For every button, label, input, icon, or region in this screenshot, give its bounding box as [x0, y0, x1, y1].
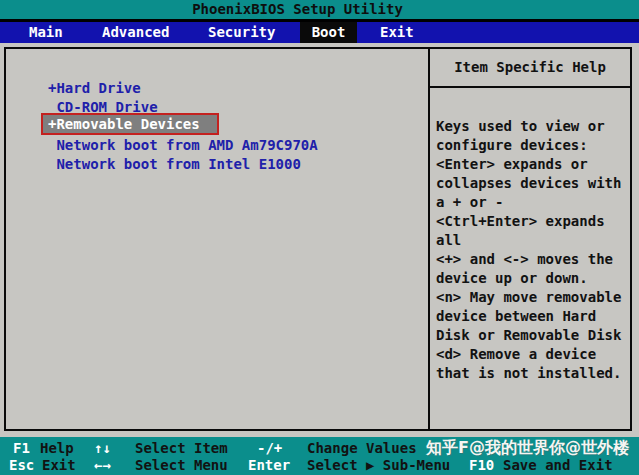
help-line: device up or down. [436, 269, 628, 288]
tab-security[interactable]: Security [208, 22, 275, 43]
key-esc: Esc [9, 457, 34, 474]
label-exit: Exit [42, 457, 76, 474]
label-save-and-exit: Save and Exit [503, 457, 613, 474]
key-enter: Enter [248, 457, 290, 474]
help-panel-title: Item Specific Help [430, 49, 630, 88]
tab-exit[interactable]: Exit [380, 22, 414, 43]
bios-screen: PhoenixBIOS Setup Utility Main Advanced … [0, 0, 639, 475]
help-line: device between Hard [436, 307, 628, 326]
help-line: collapses devices with [436, 174, 628, 193]
boot-item-removable-devices[interactable]: +Removable Devices [43, 115, 217, 133]
help-line: that is not installed. [436, 364, 628, 383]
label-select-menu: Select Menu [135, 457, 228, 474]
menu-bar: Main Advanced Security Boot Exit [0, 22, 639, 43]
tab-boot[interactable]: Boot [300, 22, 357, 43]
help-line: <+> and <-> moves the [436, 250, 628, 269]
help-line: a + or - [436, 193, 628, 212]
key-f1: F1 [13, 440, 30, 457]
help-line: <n> May move removable [436, 288, 628, 307]
boot-item-network-intel[interactable]: Network boot from Intel E1000 [48, 155, 301, 174]
key-hint-bar: F1 Help ↑↓ Select Item -/+ Change Values… [0, 437, 639, 475]
tab-main[interactable]: Main [29, 22, 63, 43]
help-line: <d> Remove a device [436, 345, 628, 364]
label-help: Help [40, 440, 74, 457]
tab-advanced[interactable]: Advanced [102, 22, 169, 43]
help-line: <Enter> expands or [436, 155, 628, 174]
key-updown-icon: ↑↓ [94, 440, 111, 457]
label-change-values: Change Values [307, 440, 417, 457]
help-line: <Ctrl+Enter> expands [436, 212, 628, 231]
watermark: 知乎F@我的世界你@世外楼 [426, 439, 629, 457]
help-line: Keys used to view or [436, 117, 628, 136]
window-title: PhoenixBIOS Setup Utility [192, 0, 403, 19]
boot-item-hard-drive[interactable]: +Hard Drive [48, 79, 141, 98]
help-line: Disk or Removable Disk [436, 326, 628, 345]
selection-annotation-box: +Removable Devices [41, 113, 219, 135]
help-line: configure devices: [436, 136, 628, 155]
help-line: all [436, 231, 628, 250]
title-bar: PhoenixBIOS Setup Utility [0, 0, 639, 19]
boot-item-network-amd[interactable]: Network boot from AMD Am79C970A [48, 136, 318, 155]
key-f10: F10 [469, 457, 494, 474]
panel-divider [428, 49, 430, 429]
content-box: +Hard Drive CD-ROM Drive +Removable Devi… [4, 47, 632, 431]
label-select-submenu: Select ▶ Sub-Menu [307, 457, 450, 474]
help-panel-text: Keys used to view or configure devices: … [436, 117, 628, 383]
key-leftright-icon: ←→ [94, 457, 111, 474]
label-select-item: Select Item [135, 440, 228, 457]
key-minus-plus: -/+ [257, 440, 282, 457]
